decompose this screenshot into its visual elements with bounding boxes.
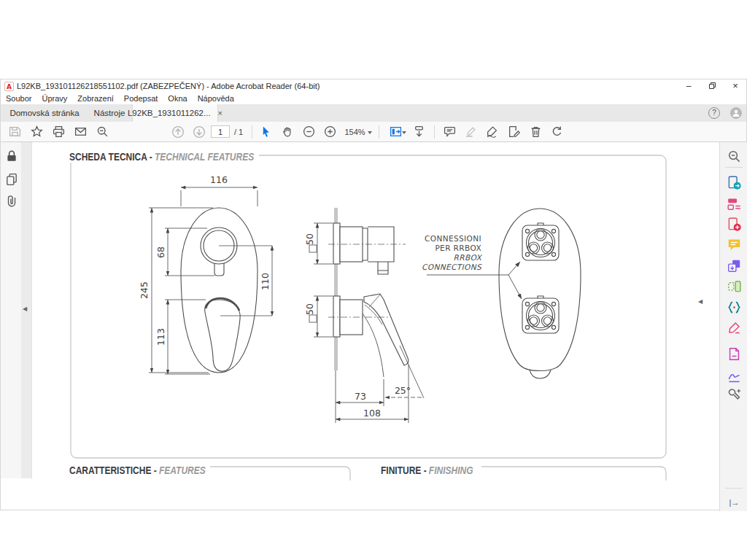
title-bar: A L92KB_193101126218551102.pdf (ZABEZPEČ… <box>1 79 746 93</box>
menu-bar: Soubor Úpravy Zobrazení Podepsat Okna Ná… <box>1 93 746 104</box>
edit-pdf-icon[interactable] <box>727 197 741 211</box>
account-avatar[interactable] <box>730 107 742 119</box>
acrobat-app-icon: A <box>4 82 14 91</box>
comment-tool-button[interactable] <box>441 125 457 139</box>
comment-icon[interactable] <box>727 238 741 252</box>
menu-podepsat[interactable]: Podepsat <box>119 93 163 104</box>
organize-pages-icon[interactable] <box>727 279 741 293</box>
add-tools-wrench-icon[interactable] <box>727 388 741 402</box>
zoom-in-button[interactable] <box>322 125 338 139</box>
main-toolbar: / 1 154% <box>1 122 746 142</box>
svg-text:A: A <box>7 83 12 90</box>
chevron-down-icon <box>368 131 372 134</box>
select-tool-button[interactable] <box>258 125 274 139</box>
menu-soubor[interactable]: Soubor <box>1 93 36 104</box>
menu-zobrazeni[interactable]: Zobrazení <box>72 93 119 104</box>
chevron-down-icon <box>402 131 406 134</box>
rail-separator <box>725 488 743 489</box>
hand-tool-button[interactable] <box>279 125 295 139</box>
combine-files-icon[interactable] <box>727 259 741 273</box>
compress-pdf-icon[interactable] <box>727 300 741 314</box>
right-tools-rail: |→ <box>719 142 747 511</box>
save-button[interactable] <box>7 125 23 139</box>
acrobat-window: A L92KB_193101126218551102.pdf (ZABEZPEČ… <box>0 79 747 510</box>
signature-scribble-icon[interactable] <box>727 370 741 384</box>
page-fit-dropdown[interactable] <box>384 125 406 139</box>
right-pane-collapse-arrow[interactable]: ◀ <box>698 298 703 305</box>
left-rail <box>1 142 21 478</box>
attachments-paperclip-icon[interactable] <box>4 194 18 208</box>
create-pdf-icon[interactable] <box>727 217 741 231</box>
document-viewport[interactable]: ◀ <box>33 142 719 511</box>
window-title: L92KB_193101126218551102.pdf (ZABEZPEČEN… <box>17 82 320 90</box>
restore-button[interactable] <box>701 79 723 93</box>
toolbar-separator <box>434 125 435 139</box>
menu-napoveda[interactable]: Nápověda <box>193 93 239 104</box>
edit-page-button[interactable] <box>506 125 522 139</box>
tab-close-icon[interactable]: × <box>218 109 222 117</box>
minimize-button[interactable]: – <box>678 79 700 93</box>
export-pdf-icon[interactable] <box>727 176 741 190</box>
menu-upravy[interactable]: Úpravy <box>36 93 72 104</box>
help-button[interactable]: ? <box>708 107 720 119</box>
expand-tools-pane-button[interactable]: |→ <box>727 495 741 509</box>
tab-home[interactable]: Domovská stránka <box>5 104 84 122</box>
close-button[interactable]: × <box>724 79 746 93</box>
page-count-label: / 1 <box>234 128 243 136</box>
fill-sign-pen-icon[interactable] <box>727 321 741 335</box>
print-button[interactable] <box>50 125 66 139</box>
request-signatures-icon[interactable] <box>727 347 741 361</box>
security-lock-icon[interactable] <box>4 149 18 163</box>
page-thumbnails-icon[interactable] <box>4 173 18 187</box>
tab-document-label: L92KB_1931011262... <box>128 109 211 117</box>
search-button[interactable] <box>94 125 110 139</box>
tab-document[interactable]: L92KB_1931011262... × <box>132 104 218 122</box>
rail-separator <box>725 167 743 168</box>
toolbar-separator <box>379 125 379 139</box>
zoom-out-button[interactable] <box>301 125 317 139</box>
scrolling-mode-button[interactable] <box>411 125 427 139</box>
tab-tools[interactable]: Nástroje <box>87 104 132 122</box>
left-pane-collapse-arrow[interactable]: ◀ <box>23 306 27 312</box>
toolbar-separator <box>252 125 252 139</box>
previous-page-button[interactable] <box>170 125 186 139</box>
tab-bar: Domovská stránka Nástroje L92KB_19310112… <box>1 104 746 122</box>
highlight-tool-button[interactable] <box>462 125 479 139</box>
delete-page-button[interactable] <box>527 125 543 139</box>
menu-okna[interactable]: Okna <box>163 93 192 104</box>
fill-sign-button[interactable] <box>484 125 500 139</box>
next-page-button[interactable] <box>191 125 207 139</box>
page-number-input[interactable] <box>211 125 230 138</box>
zoom-level-value: 154% <box>344 128 365 136</box>
star-bookmark-button[interactable] <box>28 125 44 139</box>
email-button[interactable] <box>72 125 88 139</box>
search-icon[interactable] <box>727 149 741 163</box>
zoom-level-dropdown[interactable]: 154% <box>343 125 374 139</box>
rotate-page-button[interactable] <box>549 125 565 139</box>
